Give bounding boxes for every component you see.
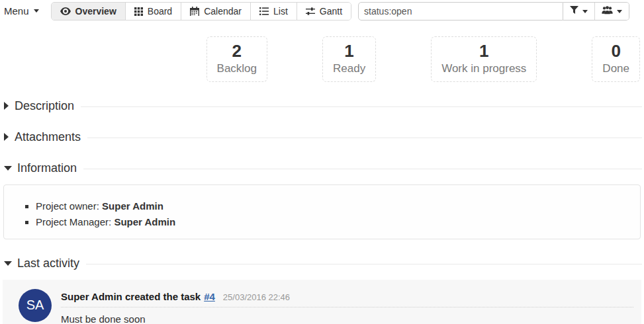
view-switcher: Overview Board Calendar List Gantt bbox=[51, 2, 352, 20]
task-count: 0 bbox=[602, 42, 629, 61]
menu-label: Menu bbox=[4, 5, 29, 17]
section-divider bbox=[83, 169, 642, 169]
task-count: 1 bbox=[441, 42, 526, 61]
search-buttons bbox=[563, 2, 629, 20]
tab-board[interactable]: Board bbox=[125, 3, 181, 20]
search-input[interactable] bbox=[358, 2, 563, 20]
tab-overview[interactable]: Overview bbox=[52, 3, 125, 20]
column-label: Backlog bbox=[217, 62, 257, 75]
section-attachments[interactable]: Attachments bbox=[0, 130, 644, 144]
section-title: Information bbox=[17, 161, 77, 175]
board-grid-icon bbox=[134, 7, 143, 16]
chevron-right-icon bbox=[4, 133, 9, 141]
tab-label: Board bbox=[148, 6, 172, 17]
chevron-right-icon bbox=[4, 102, 9, 110]
info-value: Super Admin bbox=[102, 200, 163, 212]
users-icon bbox=[602, 5, 613, 17]
sliders-icon bbox=[306, 7, 315, 15]
tab-label: Calendar bbox=[204, 6, 242, 17]
column-label: Work in progress bbox=[441, 62, 526, 75]
section-divider bbox=[86, 264, 642, 264]
activity-event: SA Super Admin created the task #4 25/03… bbox=[3, 280, 641, 324]
avatar: SA bbox=[19, 289, 52, 322]
top-bar: Menu Overview Board Calendar List bbox=[0, 0, 644, 22]
chevron-down-icon bbox=[4, 261, 12, 266]
eye-icon bbox=[60, 7, 71, 15]
tab-label: Gantt bbox=[320, 6, 342, 17]
users-dropdown-button[interactable] bbox=[594, 3, 629, 20]
activity-title-row: Super Admin created the task #4 25/03/20… bbox=[61, 291, 633, 307]
chevron-down-icon bbox=[4, 166, 12, 171]
information-panel: Project owner: Super Admin Project Manag… bbox=[3, 184, 641, 239]
list-icon bbox=[259, 7, 269, 15]
section-information[interactable]: Information bbox=[0, 161, 644, 175]
filter-dropdown-button[interactable] bbox=[563, 3, 594, 20]
chevron-down-icon bbox=[34, 9, 39, 13]
tab-label: Overview bbox=[75, 6, 116, 17]
filter-funnel-icon bbox=[570, 5, 578, 17]
info-label: Project owner: bbox=[36, 200, 99, 212]
section-title: Last activity bbox=[17, 257, 79, 270]
search-group bbox=[358, 2, 629, 20]
column-label: Done bbox=[602, 62, 629, 75]
column-summary-row: 2 Backlog 1 Ready 1 Work in progress 0 D… bbox=[0, 36, 644, 82]
info-label: Project Manager: bbox=[36, 216, 111, 227]
chevron-down-icon bbox=[617, 10, 622, 13]
task-link[interactable]: #4 bbox=[204, 291, 215, 302]
activity-content: Super Admin created the task #4 25/03/20… bbox=[61, 289, 633, 324]
tab-gantt[interactable]: Gantt bbox=[297, 3, 351, 20]
summary-box-ready: 1 Ready bbox=[322, 36, 376, 82]
activity-title: Super Admin created the task bbox=[61, 291, 201, 302]
section-description[interactable]: Description bbox=[0, 99, 644, 113]
section-title: Description bbox=[15, 99, 74, 113]
column-label: Ready bbox=[333, 62, 365, 75]
calendar-icon bbox=[190, 7, 199, 16]
section-title: Attachments bbox=[15, 130, 81, 144]
activity-body: Must be done soon bbox=[61, 313, 633, 324]
tab-label: List bbox=[273, 6, 288, 17]
summary-box-backlog: 2 Backlog bbox=[207, 36, 267, 82]
section-divider bbox=[81, 106, 642, 107]
task-count: 2 bbox=[217, 42, 257, 61]
section-divider bbox=[87, 138, 642, 138]
activity-timestamp: 25/03/2016 22:46 bbox=[223, 292, 290, 302]
menu-dropdown[interactable]: Menu bbox=[4, 5, 39, 17]
list-item: Project Manager: Super Admin bbox=[36, 216, 633, 227]
task-count: 1 bbox=[333, 42, 365, 61]
list-item: Project owner: Super Admin bbox=[36, 200, 633, 212]
section-last-activity[interactable]: Last activity bbox=[0, 257, 644, 270]
chevron-down-icon bbox=[582, 10, 588, 13]
summary-box-done: 0 Done bbox=[592, 36, 640, 82]
summary-box-work-in-progress: 1 Work in progress bbox=[431, 36, 537, 82]
info-value: Super Admin bbox=[114, 216, 175, 227]
tab-list[interactable]: List bbox=[250, 3, 297, 20]
project-info-list: Project owner: Super Admin Project Manag… bbox=[11, 200, 633, 227]
tab-calendar[interactable]: Calendar bbox=[181, 3, 250, 20]
